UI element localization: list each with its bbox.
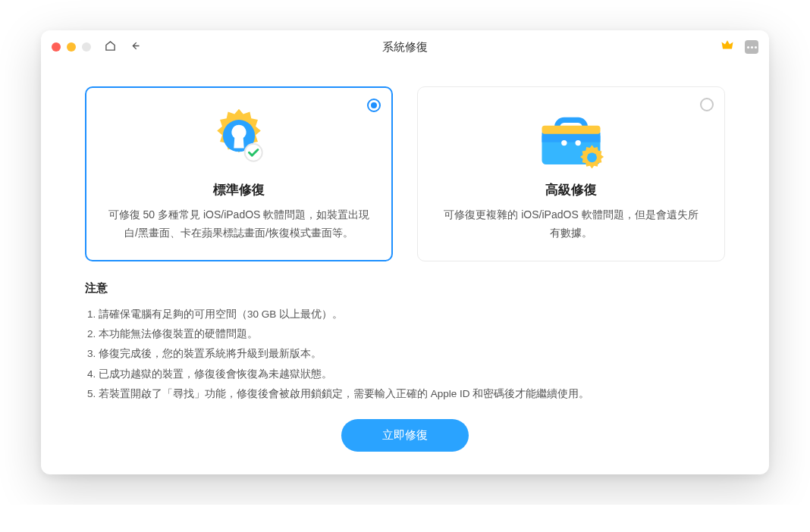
notice-heading: 注意: [85, 281, 725, 296]
svg-point-6: [576, 140, 581, 146]
notice-item: 修復完成後，您的裝置系統將升級到最新版本。: [99, 344, 725, 364]
card-title: 高級修復: [439, 181, 703, 199]
notice-item: 已成功越獄的裝置，修復後會恢復為未越獄狀態。: [99, 365, 725, 384]
notice-item: 本功能無法修復裝置的硬體問題。: [99, 324, 725, 344]
home-icon[interactable]: [105, 40, 116, 55]
standard-repair-card[interactable]: 標準修復 可修復 50 多種常見 iOS/iPadOS 軟體問題，如裝置出現白/…: [85, 86, 393, 261]
page-title: 系統修復: [41, 40, 769, 55]
card-title: 標準修復: [107, 181, 371, 199]
radio-indicator: [700, 98, 714, 111]
card-desc: 可修復 50 多種常見 iOS/iPadOS 軟體問題，如裝置出現白/黑畫面、卡…: [107, 206, 371, 243]
maximize-icon[interactable]: [82, 42, 91, 52]
notice-item: 請確保電腦有足夠的可用空間（30 GB 以上最优）。: [99, 305, 725, 324]
svg-rect-3: [542, 133, 601, 142]
titlebar: 系統修復: [41, 30, 769, 64]
repair-now-button[interactable]: 立即修復: [341, 419, 469, 452]
gear-wrench-icon: [107, 98, 371, 181]
radio-indicator: [367, 99, 381, 112]
notice-section: 注意 請確保電腦有足夠的可用空間（30 GB 以上最优）。 本功能無法修復裝置的…: [85, 281, 725, 405]
window-controls[interactable]: [52, 42, 91, 52]
main-content: 標準修復 可修復 50 多種常見 iOS/iPadOS 軟體問題，如裝置出現白/…: [41, 64, 769, 474]
notice-item: 若裝置開啟了「尋找」功能，修復後會被啟用鎖鎖定，需要輸入正確的 Apple ID…: [99, 384, 725, 404]
svg-point-5: [561, 140, 567, 146]
advanced-repair-card[interactable]: 高級修復 可修復更複雜的 iOS/iPadOS 軟體問題，但是會遺失所有數據。: [417, 86, 725, 261]
card-desc: 可修復更複雜的 iOS/iPadOS 軟體問題，但是會遺失所有數據。: [439, 206, 703, 243]
svg-rect-4: [542, 126, 601, 134]
toolbox-gear-icon: [439, 98, 703, 181]
close-icon[interactable]: [52, 42, 61, 52]
more-menu-icon[interactable]: [745, 40, 758, 54]
svg-point-7: [587, 152, 597, 162]
app-window: 系統修復: [41, 30, 769, 474]
minimize-icon[interactable]: [67, 42, 76, 52]
back-icon[interactable]: [130, 40, 141, 55]
premium-icon[interactable]: [721, 39, 734, 55]
notice-list: 請確保電腦有足夠的可用空間（30 GB 以上最优）。 本功能無法修復裝置的硬體問…: [85, 305, 725, 405]
